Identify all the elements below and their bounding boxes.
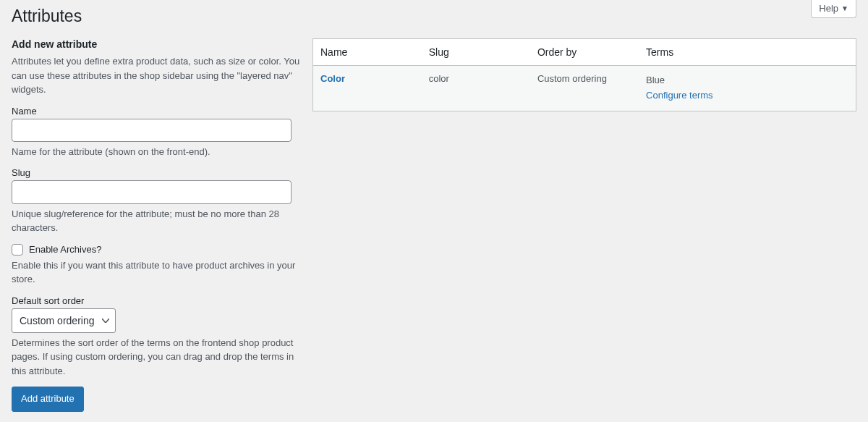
sort-order-help: Determines the sort order of the terms o… [12, 336, 301, 379]
attribute-order-cell: Custom ordering [530, 66, 639, 111]
attributes-table: Name Slug Order by Terms Color color Cus… [312, 38, 856, 111]
name-label: Name [12, 106, 301, 117]
page-title: Attributes [12, 0, 856, 29]
slug-input[interactable] [12, 180, 292, 203]
form-title: Add new attribute [12, 38, 301, 50]
th-name: Name [313, 39, 422, 66]
configure-terms-link[interactable]: Configure terms [646, 90, 712, 101]
enable-archives-checkbox[interactable] [12, 244, 23, 256]
add-attribute-button[interactable]: Add attribute [12, 387, 84, 412]
add-attribute-form: Add new attribute Attributes let you def… [12, 38, 301, 412]
attribute-terms-text: Blue [646, 75, 665, 85]
slug-help: Unique slug/reference for the attribute;… [12, 207, 301, 235]
help-label: Help [819, 3, 838, 14]
th-terms: Terms [639, 39, 856, 66]
table-row: Color color Custom ordering Blue Configu… [313, 66, 856, 111]
sort-order-label: Default sort order [12, 295, 301, 306]
attribute-name-link[interactable]: Color [320, 73, 345, 84]
caret-down-icon: ▼ [841, 5, 848, 12]
enable-archives-label: Enable Archives? [29, 244, 101, 255]
enable-archives-help: Enable this if you want this attribute t… [12, 258, 301, 287]
attribute-slug-cell: color [422, 66, 530, 111]
name-help: Name for the attribute (shown on the fro… [12, 145, 301, 159]
name-input[interactable] [12, 119, 292, 142]
sort-order-select[interactable]: Custom ordering [12, 308, 116, 333]
slug-label: Slug [12, 167, 301, 178]
form-intro: Attributes let you define extra product … [12, 54, 301, 97]
th-slug: Slug [422, 39, 530, 66]
th-order: Order by [530, 39, 639, 66]
help-tab-toggle[interactable]: Help ▼ [811, 0, 856, 18]
